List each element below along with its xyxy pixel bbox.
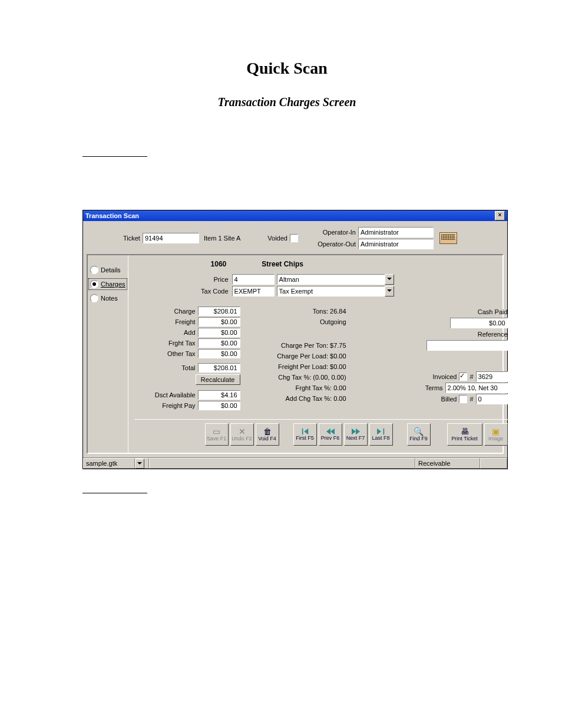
item-site-label: Item 1 Site A <box>204 235 240 242</box>
last-icon <box>377 428 385 435</box>
image-button[interactable]: ▣Image <box>484 423 508 446</box>
freight-pay-value[interactable]: $0.00 <box>198 401 240 410</box>
operator-out-label: Operator-Out <box>313 241 356 248</box>
total-label: Total <box>134 364 198 371</box>
view-tabs: Details Charges Notes <box>88 255 128 453</box>
taxcode-desc-field[interactable]: Tax Exempt <box>277 286 385 297</box>
status-receivable: Receivable <box>415 458 480 469</box>
operator-out-field[interactable]: Administrator <box>358 239 434 249</box>
invoiced-label: Invoiced <box>432 373 457 380</box>
close-button[interactable]: × <box>495 211 505 220</box>
summary-bar: Ticket 91494 Item 1 Site A Voided Operat… <box>87 225 504 254</box>
invoiced-number-field[interactable]: 3629 <box>476 371 508 382</box>
status-end <box>480 458 507 469</box>
add-chg-tax-pct: Add Chg Tax %: 0.00 <box>252 393 346 404</box>
ticket-label: Ticket <box>123 235 140 242</box>
print-ticket-button[interactable]: 🖶Print Ticket <box>447 423 482 446</box>
find-button[interactable]: 🔍Find F9 <box>407 423 431 446</box>
chg-tax-pct: Chg Tax %: (0.00, 0.00) <box>252 372 346 383</box>
total-value[interactable]: $208.01 <box>198 363 240 373</box>
freight-value[interactable]: $0.00 <box>198 317 240 327</box>
first-icon <box>301 428 309 435</box>
search-icon: 🔍 <box>414 427 424 436</box>
price-label: Price <box>134 276 232 283</box>
status-spacer <box>149 458 415 469</box>
chevron-down-icon[interactable] <box>385 274 394 285</box>
price-code-field[interactable]: 4 <box>232 274 275 285</box>
status-dropdown[interactable] <box>135 458 149 469</box>
charge-per-load: Charge Per Load: $0.00 <box>252 351 346 361</box>
ticket-field[interactable]: 91494 <box>143 233 199 243</box>
cash-paid-label: Cash Paid <box>478 308 508 315</box>
dsct-label: Dsct Available <box>134 391 198 398</box>
operator-in-label: Operator-In <box>313 229 356 236</box>
other-tax-label: Other Tax <box>134 350 198 357</box>
tons-text: Tons: 26.84 <box>252 306 346 317</box>
tab-notes-label: Notes <box>101 295 118 302</box>
other-tax-value[interactable]: $0.00 <box>198 349 240 358</box>
invoiced-hash: # <box>470 373 473 380</box>
status-file: sample.gtk <box>83 458 135 469</box>
first-button[interactable]: First F5 <box>293 423 317 446</box>
horizontal-rule <box>82 493 147 493</box>
tab-details[interactable]: Details <box>88 263 128 276</box>
radio-icon <box>90 266 98 274</box>
reference-field[interactable] <box>427 340 508 351</box>
radio-icon <box>90 294 98 302</box>
horizontal-rule <box>82 156 147 157</box>
trash-icon: 🗑 <box>263 427 272 436</box>
doc-subtitle: Transaction Charges Screen <box>82 95 491 109</box>
reference-label: Reference <box>478 331 508 338</box>
prev-icon <box>326 428 335 435</box>
add-label: Add <box>134 329 198 336</box>
add-value[interactable]: $0.00 <box>198 328 240 337</box>
operator-in-field[interactable]: Administrator <box>358 227 434 238</box>
billed-hash: # <box>470 396 473 403</box>
freight-label: Freight <box>134 318 198 325</box>
status-bar: sample.gtk Receivable <box>83 457 507 469</box>
dsct-value[interactable]: $4.16 <box>198 390 240 400</box>
titlebar: Transaction Scan × <box>83 210 507 221</box>
billed-label: Billed <box>441 396 457 403</box>
tab-notes[interactable]: Notes <box>88 292 128 305</box>
save-button[interactable]: ▭Save F1 <box>205 423 229 446</box>
billed-checkbox[interactable] <box>459 395 467 403</box>
cash-paid-field[interactable]: $0.00 <box>450 318 508 328</box>
charge-per-ton: Charge Per Ton: $7.75 <box>252 340 346 351</box>
next-icon <box>352 428 360 435</box>
printer-icon: 🖶 <box>461 427 469 436</box>
material-header: 1060 Street Chips <box>134 260 508 268</box>
invoiced-checkbox[interactable] <box>459 373 467 381</box>
terms-label: Terms <box>425 384 443 391</box>
doc-title: Quick Scan <box>82 59 491 78</box>
direction-text: Outgoing <box>252 317 346 327</box>
save-icon: ▭ <box>213 427 220 436</box>
chevron-down-icon[interactable] <box>385 286 394 297</box>
void-button[interactable]: 🗑Void F4 <box>256 423 279 446</box>
tab-charges-label: Charges <box>101 281 125 288</box>
voided-label: Voided <box>267 235 287 242</box>
charge-value[interactable]: $208.01 <box>198 307 240 316</box>
material-desc: Street Chips <box>262 260 303 268</box>
toolbar: ▭Save F1 ✕Undo F2 🗑Void F4 First F5 Prev… <box>134 419 508 447</box>
tab-details-label: Details <box>101 266 121 274</box>
billed-number-field[interactable]: 0 <box>476 394 508 404</box>
frght-tax-pct: Frght Tax %: 0.00 <box>252 383 346 393</box>
recalculate-button[interactable]: Recalculate <box>196 374 240 385</box>
undo-button[interactable]: ✕Undo F2 <box>230 423 254 446</box>
charge-label: Charge <box>134 308 198 315</box>
next-button[interactable]: Next F7 <box>344 423 368 446</box>
price-desc-field[interactable]: Altman <box>277 274 385 285</box>
prev-button[interactable]: Prev F6 <box>319 423 342 446</box>
charges-column: Charge$208.01 Freight$0.00 Add$0.00 Frgh… <box>134 306 240 411</box>
terms-field[interactable]: 2.00% 10, Net 30 <box>445 383 508 393</box>
taxcode-field[interactable]: EXEMPT <box>232 286 275 297</box>
frght-tax-value[interactable]: $0.00 <box>198 338 240 348</box>
transaction-scan-window: Transaction Scan × Ticket 91494 Item 1 S… <box>82 210 508 469</box>
tab-charges[interactable]: Charges <box>88 278 128 291</box>
keyboard-icon[interactable] <box>439 232 457 244</box>
last-button[interactable]: Last F8 <box>369 423 393 446</box>
window-title: Transaction Scan <box>85 210 139 221</box>
info-column: Tons: 26.84 Outgoing Charge Per Ton: $7.… <box>252 306 346 411</box>
voided-checkbox[interactable] <box>290 234 298 242</box>
